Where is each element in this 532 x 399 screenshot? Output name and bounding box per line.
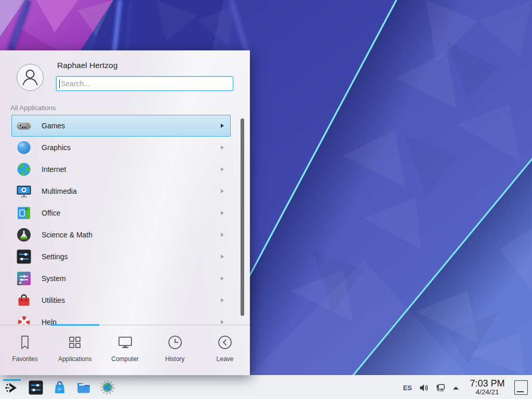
globe-gear-icon	[99, 379, 116, 396]
tab-computer[interactable]: Computer	[100, 325, 150, 375]
category-help[interactable]: Help	[11, 311, 231, 325]
submenu-arrow-icon	[221, 167, 224, 171]
submenu-arrow-icon	[221, 320, 224, 324]
category-utilities[interactable]: Utilities	[11, 289, 231, 311]
gamepad-icon	[16, 117, 32, 134]
search-input[interactable]: Search...	[56, 76, 233, 91]
computer-icon	[116, 334, 134, 351]
search-placeholder: Search...	[60, 79, 90, 88]
discover-button[interactable]	[51, 379, 68, 396]
category-multimedia[interactable]: Multimedia	[11, 180, 231, 202]
category-system[interactable]: System	[11, 268, 231, 289]
web-browser-button[interactable]	[99, 379, 116, 396]
tab-favorites[interactable]: Favorites	[0, 325, 50, 375]
paint-sphere-icon	[16, 139, 32, 156]
globe-icon	[16, 161, 32, 178]
clock-time: 7:03 PM	[470, 379, 504, 389]
network-icon[interactable]	[435, 383, 445, 393]
submenu-arrow-icon	[221, 255, 224, 259]
pinned-apps	[4, 376, 116, 399]
list-scrollbar[interactable]	[241, 118, 244, 316]
submenu-arrow-icon	[221, 211, 224, 215]
settings-sliders-icon	[16, 248, 32, 265]
science-flask-icon	[16, 227, 32, 243]
history-clock-icon	[166, 334, 184, 351]
submenu-arrow-icon	[221, 145, 224, 150]
user-avatar[interactable]	[17, 64, 44, 91]
submenu-arrow-icon	[221, 298, 224, 302]
volume-icon[interactable]	[419, 383, 429, 393]
office-documents-icon	[16, 205, 32, 221]
application-launcher-menu: Raphael Hertzog Search... All Applicatio…	[0, 50, 250, 375]
category-office[interactable]: Office	[11, 202, 231, 224]
launcher-tab-bar: Favorites Applications Computer	[0, 325, 250, 375]
system-sliders-icon	[16, 270, 32, 287]
submenu-arrow-icon	[221, 189, 224, 193]
category-science-math[interactable]: Science & Math	[11, 224, 231, 246]
show-desktop-line	[517, 391, 524, 392]
submenu-arrow-icon	[221, 276, 224, 281]
active-tab-indicator	[50, 324, 99, 326]
help-lifebuoy-icon	[16, 314, 32, 325]
leave-icon	[216, 334, 234, 351]
category-internet[interactable]: Internet	[11, 158, 231, 180]
system-settings-button[interactable]	[28, 379, 44, 396]
system-tray: ES 7:03 PM 4/24/21	[403, 376, 508, 399]
category-settings[interactable]: Settings	[11, 246, 231, 268]
section-label: All Applications	[10, 104, 56, 112]
application-launcher-button[interactable]	[4, 379, 20, 396]
discover-bag-icon	[51, 379, 68, 396]
app-grid-icon	[66, 334, 84, 351]
bookmark-icon	[16, 334, 34, 351]
system-settings-icon	[28, 379, 44, 396]
active-app-indicator	[3, 379, 21, 381]
category-games[interactable]: Games	[11, 115, 231, 137]
tab-applications[interactable]: Applications	[50, 325, 100, 375]
expand-tray-icon[interactable]	[452, 384, 460, 392]
user-icon	[17, 64, 44, 91]
taskbar: ES 7:03 PM 4/24/21	[0, 375, 532, 399]
submenu-arrow-icon	[221, 124, 224, 128]
tab-leave[interactable]: Leave	[200, 325, 250, 375]
digital-clock[interactable]: 7:03 PM 4/24/21	[467, 379, 508, 396]
user-name: Raphael Hertzog	[57, 61, 117, 70]
folder-icon	[75, 379, 92, 396]
keyboard-layout-indicator[interactable]: ES	[403, 384, 412, 392]
media-screen-icon	[16, 183, 32, 200]
category-graphics[interactable]: Graphics	[11, 137, 231, 158]
category-list: Games Graphics	[0, 115, 250, 325]
tab-history[interactable]: History	[150, 325, 200, 375]
show-desktop-button[interactable]	[514, 380, 528, 395]
submenu-arrow-icon	[221, 233, 224, 237]
file-manager-button[interactable]	[75, 379, 92, 396]
kde-launcher-icon	[4, 379, 20, 396]
clock-date: 4/24/21	[475, 389, 499, 396]
toolbox-icon	[16, 292, 32, 309]
